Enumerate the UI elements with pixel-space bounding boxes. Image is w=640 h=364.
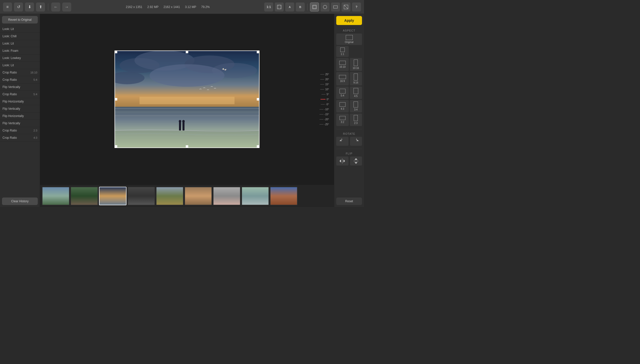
ruler-mark: -5° — [321, 102, 329, 107]
ruler-mark: -10° — [320, 107, 329, 112]
ruler-mark: -20° — [320, 117, 329, 122]
history-item-label: Crop Ratio — [2, 78, 17, 82]
aspect-10-16-label: 10:16 — [353, 67, 359, 70]
download-button[interactable]: ⬇ — [25, 2, 34, 12]
svg-rect-15 — [140, 97, 234, 104]
history-item[interactable]: Flip Vertically — [0, 84, 40, 91]
history-item-label: Crop Ratio — [2, 71, 17, 74]
thumbnail-image — [156, 187, 183, 205]
filmstrip-thumbnail[interactable] — [156, 187, 184, 205]
compare-b-button[interactable]: B — [296, 2, 305, 12]
thumbnail-image — [185, 187, 212, 205]
flip-horizontal-icon — [340, 159, 345, 163]
filmstrip-thumbnail[interactable] — [99, 187, 126, 205]
undo-button[interactable]: ← — [51, 2, 60, 12]
share-button[interactable]: ⬆ — [36, 2, 45, 12]
history-item[interactable]: Crop Ratio4:3 — [0, 134, 40, 142]
aspect-1-1-icon — [340, 48, 345, 52]
ruler-label: 20° — [325, 78, 329, 81]
filmstrip-thumbnail[interactable] — [42, 187, 70, 205]
reset-button[interactable]: Reset — [336, 198, 362, 205]
history-item-badge: 5:4 — [34, 78, 37, 81]
clear-history-button[interactable]: Clear History — [2, 198, 38, 205]
aspect-4-3-button[interactable]: 4:3 — [336, 100, 349, 112]
aspect-10-16-button[interactable]: 10:16 — [350, 58, 362, 71]
aspect-3-2-label: 3:2 — [341, 121, 344, 124]
svg-line-5 — [344, 5, 348, 9]
history-item[interactable]: Crop Ratio5:4 — [0, 76, 40, 84]
apply-button[interactable]: Apply — [336, 16, 362, 25]
rotate-cw-icon — [354, 139, 358, 144]
help-button[interactable]: ? — [352, 2, 361, 12]
aspect-4-3-label: 4:3 — [341, 108, 344, 110]
zoom-1-1-button[interactable]: 1:1 — [264, 2, 273, 12]
history-item[interactable]: Flip Horizontally — [0, 98, 40, 105]
filmstrip-thumbnail[interactable] — [270, 187, 298, 205]
aspect-16-9-button[interactable]: 16:9 — [336, 72, 349, 86]
history-item[interactable]: Look: Lit — [0, 40, 40, 47]
rotate-ccw-icon — [340, 139, 345, 144]
history-item[interactable]: Crop Ratio16:10 — [0, 69, 40, 76]
aspect-grid: Original 1:1 16:10 10:16 16:9 — [334, 34, 364, 128]
history-item[interactable]: Look: Lit — [0, 62, 40, 69]
svg-point-22 — [179, 120, 181, 122]
aspect-3-4-button[interactable]: 3:4 — [350, 100, 362, 112]
fit-button[interactable] — [275, 2, 284, 12]
separator-2 — [307, 4, 308, 10]
filmstrip-thumbnail[interactable] — [213, 187, 240, 205]
aspect-4-5-button[interactable]: 4:5 — [350, 86, 362, 99]
aspect-original-button[interactable]: Original — [336, 34, 362, 45]
compare-a-button[interactable]: A — [285, 2, 294, 12]
filmstrip-thumbnail[interactable] — [184, 187, 212, 205]
aspect-1-1-button[interactable]: 1:1 — [336, 46, 349, 57]
history-item[interactable]: Flip Vertically — [0, 120, 40, 127]
history-item[interactable]: Crop Ratio5:4 — [0, 91, 40, 98]
history-item[interactable]: Look: Lit — [0, 26, 40, 33]
aspect-5-4-button[interactable]: 5:4 — [336, 86, 349, 99]
crop-widescreen-button[interactable] — [331, 2, 340, 12]
aspect-3-2-button[interactable]: 3:2 — [336, 114, 349, 126]
separator-1 — [48, 4, 48, 10]
svg-point-12 — [150, 64, 224, 87]
history-item[interactable]: Flip Horizontally — [0, 112, 40, 120]
rotate-ccw-button[interactable] — [336, 137, 348, 146]
aspect-3-2-icon — [340, 116, 346, 120]
redo-button[interactable]: → — [62, 2, 71, 12]
history-item[interactable]: Look: Chill — [0, 33, 40, 40]
menu-button[interactable]: ≡ — [3, 2, 12, 12]
aspect-4-5-icon — [354, 88, 358, 94]
ruler-line — [322, 94, 326, 94]
filmstrip-thumbnail[interactable] — [70, 187, 98, 205]
aspect-2-3-button[interactable]: 2:3 — [350, 114, 362, 126]
aspect-16-9-icon — [339, 75, 346, 79]
filmstrip-thumbnail[interactable] — [242, 187, 269, 205]
right-sidebar: Apply ASPECT Original 1:1 16:10 — [334, 14, 364, 207]
image-container[interactable] — [114, 50, 260, 148]
ruler-line — [320, 74, 324, 74]
svg-rect-23 — [182, 122, 184, 130]
history-item[interactable]: Flip Vertically — [0, 105, 40, 112]
ruler-line — [321, 104, 325, 104]
svg-marker-27 — [344, 160, 345, 162]
rotate-cw-button[interactable] — [350, 137, 362, 146]
svg-point-24 — [182, 120, 185, 122]
aspect-16-10-button[interactable]: 16:10 — [336, 58, 349, 71]
history-item[interactable]: Crop Ratio2:3 — [0, 127, 40, 134]
crop-circle-button[interactable] — [320, 2, 330, 12]
topbar-tools: 1:1 A B — [264, 2, 361, 12]
crop-rect-button[interactable] — [310, 2, 319, 12]
history-item-label: Flip Vertically — [2, 107, 20, 110]
no-crop-button[interactable] — [342, 2, 350, 12]
history-item[interactable]: Look: Lowkey — [0, 54, 40, 62]
flip-horizontal-button[interactable] — [336, 156, 348, 166]
history-item[interactable]: Look: Foam — [0, 47, 40, 54]
aspect-9-16-button[interactable]: 9:16 — [350, 72, 362, 86]
filmstrip-thumbnail[interactable] — [128, 187, 155, 205]
history-item-label: Crop Ratio — [2, 92, 17, 96]
history-button[interactable]: ↺ — [14, 2, 23, 12]
revert-to-original-button[interactable]: Revert to Original — [2, 16, 38, 24]
history-item-label: Look: Lit — [2, 42, 14, 45]
flip-vertical-button[interactable] — [350, 156, 362, 166]
filmstrip — [40, 184, 334, 207]
history-item-label: Look: Lit — [2, 64, 14, 67]
